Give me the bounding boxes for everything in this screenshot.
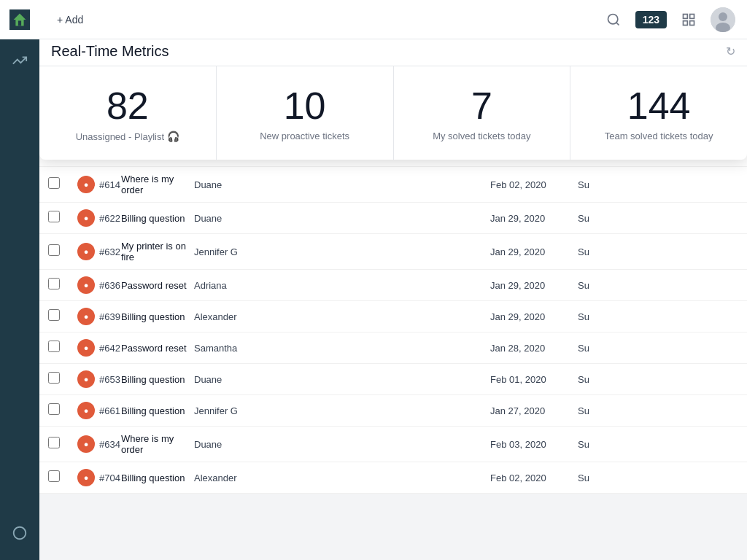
ticket-requester-3: Jennifer G: [194, 246, 490, 257]
ticket-group-4: Su: [578, 280, 680, 291]
row-checkbox-9[interactable]: [48, 437, 77, 451]
ticket-updated-1: Feb 02, 2020: [490, 179, 578, 190]
ticket-group-2: Su: [578, 213, 680, 224]
row-checkbox-4[interactable]: [48, 278, 77, 292]
ticket-subject-10: Billing question: [121, 472, 194, 483]
row-checkbox-8[interactable]: [48, 403, 77, 418]
ticket-id-5: #639: [99, 311, 120, 322]
top-navigation: + Add 123: [39, 0, 747, 39]
row-id-cell-2: ● #622: [77, 209, 121, 227]
table-row[interactable]: ● #704 Billing question Alexander Feb 02…: [39, 462, 747, 494]
metric-number-3: 144: [582, 87, 735, 125]
ticket-status-icon-2: ●: [77, 209, 95, 227]
ticket-updated-5: Jan 29, 2020: [490, 311, 578, 322]
row-id-cell-6: ● #642: [77, 339, 121, 357]
svg-rect-1: [18, 20, 21, 26]
ticket-status-icon-8: ●: [77, 402, 95, 419]
metric-number-2: 7: [406, 87, 559, 125]
svg-rect-5: [690, 14, 694, 18]
ticket-id-10: #704: [99, 472, 120, 483]
ticket-id-9: #634: [99, 439, 120, 450]
ticket-requester-9: Duane: [194, 439, 490, 450]
metrics-row: 82 Unassigned - Playlist 🎧 10 New proact…: [39, 66, 747, 160]
row-checkbox-1[interactable]: [48, 177, 77, 192]
row-id-cell-3: ● #632: [77, 243, 121, 260]
row-checkbox-2[interactable]: [48, 211, 77, 225]
metric-label-3: Team solved tickets today: [582, 131, 735, 141]
ticket-status-icon-7: ●: [77, 370, 95, 388]
ticket-subject-2: Billing question: [121, 213, 194, 224]
row-checkbox-5[interactable]: [48, 309, 77, 324]
ticket-requester-6: Samantha: [194, 343, 490, 354]
ticket-status-icon-9: ●: [77, 435, 95, 453]
ticket-subject-9: Where is my order: [121, 433, 194, 455]
sidebar-item-zendesk[interactable]: [0, 515, 39, 551]
ticket-requester-10: Alexander: [194, 472, 490, 483]
svg-point-2: [608, 14, 617, 23]
headphones-icon: 🎧: [167, 131, 179, 142]
search-icon[interactable]: [600, 7, 627, 33]
refresh-icon[interactable]: ↻: [726, 44, 735, 58]
metric-number-1: 10: [228, 87, 382, 125]
metric-label-2: My solved tickets today: [406, 131, 559, 141]
ticket-updated-4: Jan 29, 2020: [490, 280, 578, 291]
table-row[interactable]: ● #653 Billing question Duane Feb 01, 20…: [39, 364, 747, 395]
ticket-subject-1: Where is my order: [121, 174, 194, 195]
row-checkbox-3[interactable]: [48, 244, 77, 259]
metric-label-0: Unassigned - Playlist 🎧: [51, 131, 204, 142]
ticket-updated-2: Jan 29, 2020: [490, 213, 578, 224]
ticket-group-1: Su: [578, 179, 680, 190]
row-checkbox-7[interactable]: [48, 372, 77, 386]
table-row[interactable]: ● #636 Password reset Adriana Jan 29, 20…: [39, 270, 747, 301]
row-id-cell-10: ● #704: [77, 469, 121, 486]
table-row[interactable]: ● #622 Billing question Duane Jan 29, 20…: [39, 203, 747, 234]
row-checkbox-6[interactable]: [48, 341, 77, 355]
table-row[interactable]: ● #642 Password reset Samantha Jan 28, 2…: [39, 332, 747, 364]
ticket-subject-7: Billing question: [121, 374, 194, 385]
grid-icon[interactable]: [676, 7, 702, 33]
sidebar-item-trends[interactable]: [0, 42, 39, 79]
table-row[interactable]: ● #614 Where is my order Duane Feb 02, 2…: [39, 167, 747, 203]
svg-point-9: [719, 12, 727, 21]
ticket-status-icon-3: ●: [77, 243, 95, 260]
ticket-subject-6: Password reset: [121, 343, 194, 354]
ticket-subject-5: Billing question: [121, 311, 194, 322]
metric-number-0: 82: [51, 87, 204, 125]
metric-card-3: 144 Team solved tickets today: [570, 66, 747, 160]
notification-badge[interactable]: 123: [635, 11, 667, 28]
row-id-cell-4: ● #636: [77, 276, 121, 294]
svg-rect-6: [684, 20, 688, 25]
ticket-requester-7: Duane: [194, 374, 490, 385]
ticket-group-3: Su: [578, 246, 680, 257]
ticket-status-icon-4: ●: [77, 276, 95, 294]
row-id-cell-9: ● #634: [77, 435, 121, 453]
metric-label-1: New proactive tickets: [228, 131, 382, 141]
metric-card-2: 7 My solved tickets today: [394, 66, 571, 160]
table-row[interactable]: ● #634 Where is my order Duane Feb 03, 2…: [39, 427, 747, 462]
main-content: + Add 123 Agent Dashboard A: [39, 0, 747, 560]
ticket-group-5: Su: [578, 311, 680, 322]
ticket-updated-8: Jan 27, 2020: [490, 405, 578, 416]
ticket-status-icon-1: ●: [77, 176, 95, 193]
table-row[interactable]: ● #632 My printer is on fire Jennifer G …: [39, 234, 747, 270]
ticket-subject-8: Billing question: [121, 405, 194, 416]
user-avatar[interactable]: [711, 7, 735, 32]
ticket-requester-1: Duane: [194, 179, 490, 190]
row-id-cell-5: ● #639: [77, 308, 121, 325]
ticket-rows: ● #615 Password reset Duane Feb 02, 2020…: [39, 136, 747, 494]
ticket-status-icon-10: ●: [77, 469, 95, 486]
ticket-id-8: #661: [99, 405, 120, 416]
svg-rect-7: [690, 20, 694, 25]
ticket-requester-8: Jennifer G: [194, 405, 490, 416]
svg-rect-4: [684, 14, 688, 18]
ticket-group-7: Su: [578, 374, 680, 385]
row-checkbox-10[interactable]: [48, 470, 77, 485]
ticket-updated-6: Jan 28, 2020: [490, 343, 578, 354]
add-button[interactable]: + Add: [51, 9, 89, 30]
table-row[interactable]: ● #661 Billing question Jennifer G Jan 2…: [39, 395, 747, 427]
ticket-subject-4: Password reset: [121, 280, 194, 291]
ticket-group-8: Su: [578, 405, 680, 416]
table-row[interactable]: ● #639 Billing question Alexander Jan 29…: [39, 301, 747, 332]
ticket-requester-2: Duane: [194, 213, 490, 224]
ticket-subject-3: My printer is on fire: [121, 241, 194, 262]
